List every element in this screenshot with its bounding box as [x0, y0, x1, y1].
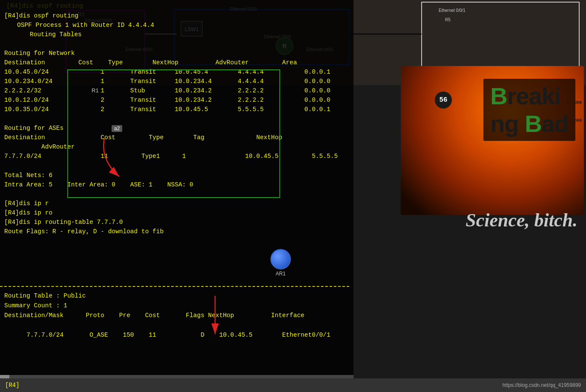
line-blank4 [4, 189, 345, 199]
status-left-text: [R4] [5, 382, 20, 389]
line-route4: 10.0.12.0/24 2 Transit 10.0.234.2 2.2.2.… [4, 95, 345, 105]
line-route2: 10.0.234.0/24 1 Transit 10.0.234.4 4.4.4… [4, 77, 345, 86]
line-cmd-routing-table: [R4]dis ip routing-table 7.7.7.0 [4, 217, 345, 227]
line-dest-header: Destination Cost Type NextHop AdvRouter … [4, 58, 345, 67]
line-route-7770: 7.7.7.0/24 O_ASE 150 11 D 10.0.45.5 Ethe… [4, 330, 345, 340]
line-route1: 10.0.45.0/24 1 Transit 10.0.45.4 4.4.4.4… [4, 67, 345, 77]
line-route-flags: Route Flags: R - relay, D - download to … [4, 227, 345, 236]
line-ase-header: Destination Cost Type Tag NextHop AdvRou… [4, 133, 345, 152]
routing-table-section: Routing Table : Public Summary Count : 1… [0, 289, 349, 351]
science-bitch-text: Science, bitch. [465, 209, 577, 231]
line-routing-network: Routing for Network [4, 49, 345, 58]
red-arrow-1 [92, 134, 134, 185]
line-summary-count: Summary Count : 1 [4, 301, 345, 311]
line-dest-mask-header: Destination/Mask Proto Pre Cost Flags Ne… [4, 311, 345, 320]
line-blank1 [4, 39, 345, 49]
line-ospf-process: OSPF Process 1 with Router ID 4.4.4.4 [4, 20, 345, 30]
ar1-icon-circle [270, 249, 291, 269]
terminal-area: [R4]dis ospf routing OSPF Process 1 with… [0, 9, 349, 238]
red-arrow-2 [202, 294, 228, 345]
svg-text:R5: R5 [445, 17, 451, 22]
line-routing-table-public: Routing Table : Public [4, 291, 345, 301]
terminal-scrollbar[interactable] [0, 375, 353, 378]
ar1-label: AR1 [276, 271, 285, 277]
line-blank2 [4, 114, 345, 123]
status-bar: [R4] https://blog.csdn.net/qq_41959899 [0, 378, 586, 392]
dashed-separator [0, 286, 349, 287]
line-ospf-routing: [R4]dis ospf routing [4, 11, 345, 20]
line-ase-route1: 7.7.7.0/24 11 Type1 1 10.0.45.5 5.5.5.5 [4, 152, 345, 161]
bb-logo-text: Breaki [490, 83, 560, 109]
r1-label: R1 [92, 87, 99, 94]
line-blank3 [4, 161, 345, 171]
a2-badge: a2 [112, 125, 122, 132]
line-intra-area: Intra Area: 5 Inter Area: 0 ASE: 1 NSSA:… [4, 180, 345, 189]
line-blank6 [4, 340, 345, 350]
line-routing-tables: Routing Tables [4, 30, 345, 39]
svg-text:Ethernet 0/0/1: Ethernet 0/0/1 [439, 8, 465, 13]
line-route5: 10.0.35.0/24 2 Transit 10.0.45.5 5.5.5.5… [4, 105, 345, 114]
line-routing-ases: Routing for ASEs [4, 123, 345, 133]
status-right-url: https://blog.csdn.net/qq_41959899 [503, 382, 581, 388]
line-blank5 [4, 320, 345, 330]
line-total-nets: Total Nets: 6 [4, 171, 345, 180]
line-route3: 2.2.2.2/32 1 Stub 10.0.234.2 2.2.2.2 0.0… [4, 86, 345, 95]
line-cmd-ip-r: [R4]dis ip r [4, 199, 345, 208]
bb-image-area: Breaki ng Bad 56 — 300 — 200 [401, 66, 584, 215]
line-cmd-ip-ro: [R4]dis ip ro [4, 208, 345, 217]
scroll-thumb[interactable] [0, 375, 9, 378]
ar1-router: AR1 [270, 249, 291, 277]
